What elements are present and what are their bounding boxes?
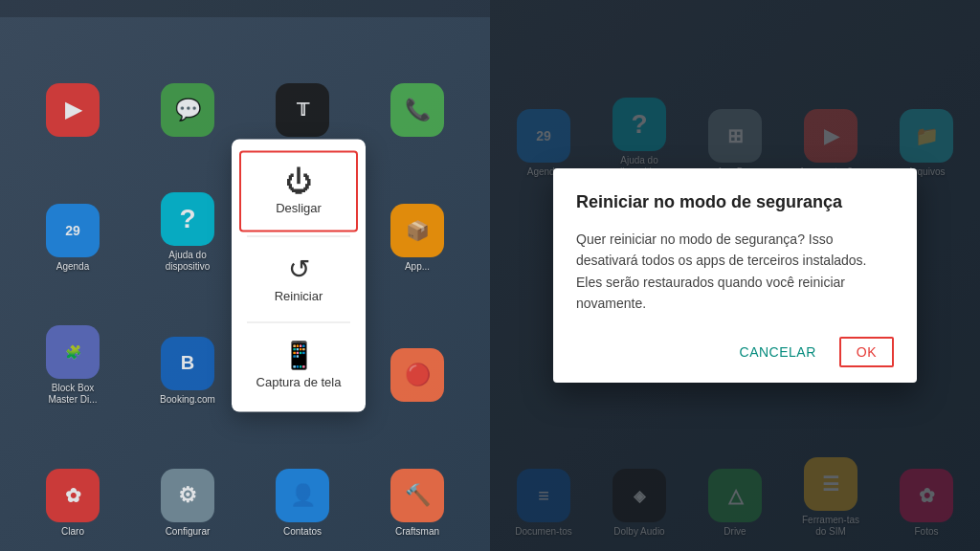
screenshot-icon: 📱 — [282, 342, 316, 369]
app-tiktok[interactable]: 𝕋 — [249, 19, 356, 144]
agenda-icon: 29 — [46, 204, 100, 257]
power-off-icon: ⏻ — [285, 168, 312, 195]
contacts-icon: 👤 — [276, 469, 329, 522]
dialog-title: Reiniciar no modo de segurança — [576, 191, 894, 213]
screenshot-button[interactable]: 📱 Captura de tela — [232, 327, 366, 405]
menu-divider-1 — [247, 236, 350, 237]
craft-icon: 🔴 — [390, 348, 444, 402]
app-phone[interactable]: 📞 — [364, 19, 471, 144]
app-ajuda[interactable]: ? Ajuda do dispositivo — [134, 152, 241, 277]
confirm-dialog: Reiniciar no modo de segurança Quer rein… — [553, 168, 917, 384]
menu-divider-2 — [247, 322, 350, 323]
app-claro[interactable]: ✿ Claro — [19, 417, 126, 542]
restart-button[interactable]: ↺ Reiniciar — [232, 241, 366, 319]
craftsman-icon: 🔨 — [390, 469, 444, 522]
blockbox-icon: 🧩 — [46, 325, 100, 379]
app-booking[interactable]: B Booking.com — [134, 284, 241, 409]
power-menu: ⏻ Desligar ↺ Reiniciar 📱 Captura de tela — [232, 140, 366, 412]
app-booking-label: Booking.com — [160, 394, 215, 406]
cancel-button[interactable]: CANCELAR — [724, 337, 832, 367]
status-bar-left — [0, 0, 490, 17]
app-blockbox-label: Block Box Master Di... — [39, 383, 106, 406]
claro-icon: ✿ — [46, 469, 100, 522]
dialog-body: Quer reiniciar no modo de segurança? Iss… — [576, 229, 894, 315]
app-agenda-label: Agenda — [56, 261, 89, 273]
tiktok-icon: 𝕋 — [276, 83, 329, 137]
app-ajuda-label: Ajuda do dispositivo — [154, 250, 221, 273]
screenshot-label: Captura de tela — [256, 375, 342, 389]
app-c4[interactable]: 🔴 — [364, 284, 471, 409]
app-whatsapp[interactable]: 💬 — [134, 19, 241, 144]
restart-label: Reiniciar — [275, 289, 323, 303]
config-icon: ⚙ — [161, 469, 214, 522]
app-craftsman[interactable]: 🔨 Craftsman — [364, 417, 471, 542]
help-icon: ? — [161, 192, 214, 246]
ok-button[interactable]: OK — [839, 337, 894, 367]
app-agenda[interactable]: 29 Agenda — [19, 152, 126, 277]
app-claro-label: Claro — [61, 526, 84, 538]
power-off-button[interactable]: ⏻ Desligar — [239, 151, 358, 232]
youtube-icon: ▶ — [46, 83, 100, 137]
app-app4[interactable]: 📦 App... — [364, 152, 471, 277]
app4-icon: 📦 — [390, 204, 444, 257]
app-config-label: Configurar — [166, 526, 211, 538]
whatsapp-icon: 💬 — [161, 83, 214, 137]
app-config[interactable]: ⚙ Configurar — [134, 417, 241, 542]
restart-icon: ↺ — [288, 256, 310, 283]
power-off-label: Desligar — [276, 201, 322, 215]
app-youtube[interactable]: ▶ — [19, 19, 126, 144]
dialog-overlay: Reiniciar no modo de segurança Quer rein… — [490, 0, 980, 551]
app-contacts[interactable]: 👤 Contatos — [249, 417, 356, 542]
dialog-actions: CANCELAR OK — [576, 337, 894, 367]
app-app4-label: App... — [405, 261, 430, 273]
phone-icon: 📞 — [390, 83, 444, 137]
app-contacts-label: Contatos — [283, 526, 322, 538]
app-craftsman-label: Craftsman — [395, 526, 439, 538]
left-panel: ▶ 💬 𝕋 📞 29 Agenda ? Ajuda do dispositivo… — [0, 0, 490, 551]
booking-icon: B — [161, 337, 214, 390]
right-panel: 29 Agenda ? Ajuda do dispositivo ⊞ App B… — [490, 0, 980, 551]
app-blockbox[interactable]: 🧩 Block Box Master Di... — [19, 284, 126, 409]
